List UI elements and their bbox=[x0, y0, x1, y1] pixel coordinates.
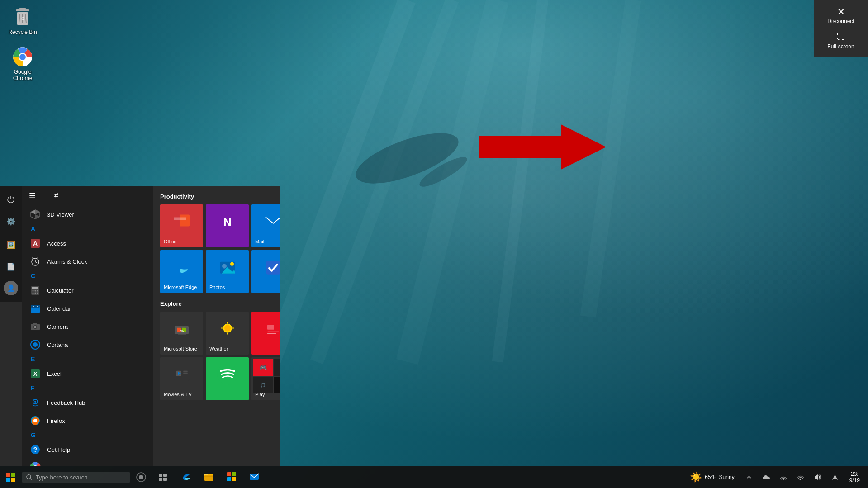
svg-point-52 bbox=[34, 401, 36, 403]
svg-text:N: N bbox=[223, 216, 231, 228]
taskbar-explorer-button[interactable] bbox=[198, 466, 220, 488]
app-item-calendar[interactable]: Calendar bbox=[22, 299, 153, 317]
sidebar-settings-icon[interactable]: ⚙️ bbox=[1, 211, 21, 231]
tile-edge[interactable]: Microsoft Edge bbox=[160, 250, 203, 293]
tile-office[interactable]: Office bbox=[160, 204, 203, 247]
svg-rect-112 bbox=[227, 477, 231, 481]
3d-viewer-icon bbox=[29, 208, 42, 221]
office-tile-icon bbox=[173, 213, 191, 235]
tray-expand-button[interactable] bbox=[741, 466, 757, 488]
app-item-excel[interactable]: X Excel bbox=[22, 365, 153, 383]
desktop-icon-recycle-bin[interactable]: ♻ Recycle Bin bbox=[5, 5, 41, 38]
taskbar-edge-button[interactable] bbox=[175, 466, 197, 488]
app-list-panel: ☰ # 3D Viewer A bbox=[22, 186, 153, 466]
taskbar-mail-icon bbox=[249, 472, 259, 482]
svg-rect-104 bbox=[163, 474, 167, 477]
svg-point-99 bbox=[27, 475, 31, 479]
svg-point-45 bbox=[34, 326, 37, 328]
play-sub-2: ⚙️ bbox=[274, 359, 281, 376]
tile-tasks[interactable] bbox=[251, 250, 280, 293]
app-item-camera[interactable]: Camera bbox=[22, 317, 153, 336]
svg-text:?: ? bbox=[33, 446, 38, 453]
movies-tile-label: Movies & TV bbox=[164, 392, 192, 398]
weather-sun-icon: ☀️ bbox=[690, 471, 702, 483]
edge-tile-icon bbox=[173, 259, 190, 280]
taskbar: ☀️ 65°F Sunny bbox=[0, 466, 868, 488]
section-a: A bbox=[22, 223, 153, 234]
desktop-icon-chrome[interactable]: Google Chrome bbox=[5, 44, 41, 84]
disconnect-button[interactable]: ✕ Disconnect bbox=[814, 4, 868, 28]
taskbar-mail-button[interactable] bbox=[243, 466, 265, 488]
windows-logo-icon bbox=[6, 473, 15, 482]
section-e: E bbox=[22, 354, 153, 365]
task-view-button[interactable] bbox=[152, 466, 174, 488]
sidebar-docs-icon[interactable]: 📄 bbox=[1, 256, 21, 276]
store-tile-label: Microsoft Store bbox=[164, 346, 197, 352]
mail-tile-label: Mail bbox=[255, 239, 264, 245]
app-item-access[interactable]: A Access bbox=[22, 234, 153, 252]
svg-text:X: X bbox=[33, 370, 38, 377]
app-item-alarms-clock[interactable]: Alarms & Clock bbox=[22, 252, 153, 270]
tile-mail[interactable]: Mail bbox=[251, 204, 280, 247]
svg-marker-117 bbox=[815, 474, 818, 480]
onedrive-icon[interactable] bbox=[758, 466, 774, 488]
section-g: G bbox=[22, 430, 153, 441]
desktop-icons-container: ♻ Recycle Bin bbox=[5, 5, 41, 84]
cortana-taskbar-button[interactable] bbox=[130, 466, 152, 488]
network-icon[interactable] bbox=[775, 466, 792, 488]
weather-condition: Sunny bbox=[719, 474, 735, 480]
app-item-calculator[interactable]: Calculator bbox=[22, 281, 153, 299]
photos-tile-label: Photos bbox=[209, 284, 225, 290]
clock-time: 23: bbox=[851, 471, 859, 477]
search-input[interactable] bbox=[36, 474, 126, 481]
app-item-google-chrome[interactable]: Google Chrome bbox=[22, 459, 153, 466]
svg-rect-96 bbox=[11, 473, 15, 477]
svg-line-29 bbox=[32, 257, 33, 258]
svg-rect-106 bbox=[163, 478, 167, 481]
svg-point-36 bbox=[33, 293, 34, 294]
weather-widget[interactable]: ☀️ 65°F Sunny bbox=[685, 469, 739, 485]
google-chrome-app-icon bbox=[29, 461, 42, 466]
tile-photos[interactable]: Photos bbox=[206, 250, 249, 293]
onedrive-tray-icon bbox=[762, 474, 770, 480]
tile-spotify[interactable] bbox=[206, 357, 249, 400]
svg-point-94 bbox=[217, 364, 238, 384]
app-item-feedback-hub[interactable]: Feedback Hub bbox=[22, 393, 153, 412]
svg-rect-10 bbox=[19, 8, 26, 10]
tile-weather[interactable]: Weather bbox=[206, 312, 249, 355]
cortana-taskbar-icon bbox=[136, 472, 146, 482]
start-button[interactable] bbox=[0, 466, 22, 488]
app-item-get-help[interactable]: ? Get Help bbox=[22, 441, 153, 459]
wifi-icon[interactable] bbox=[792, 466, 809, 488]
sidebar-photos-icon[interactable]: 🖼️ bbox=[1, 235, 21, 255]
location-icon[interactable] bbox=[827, 466, 843, 488]
tile-microsoft-store[interactable]: 🛍 Microsoft Store bbox=[160, 312, 203, 355]
svg-rect-46 bbox=[33, 323, 37, 324]
svg-rect-86 bbox=[267, 325, 274, 329]
taskbar-store-button[interactable] bbox=[221, 466, 242, 488]
volume-tray-icon bbox=[814, 474, 821, 480]
search-bar[interactable] bbox=[22, 472, 130, 483]
fullscreen-icon: ⛶ bbox=[837, 32, 845, 42]
start-menu: ⚙️ 🖼️ 📄 👤 ☰ # bbox=[0, 186, 280, 466]
tile-news[interactable] bbox=[251, 312, 280, 355]
app-item-firefox[interactable]: Firefox bbox=[22, 412, 153, 430]
taskbar-clock[interactable]: 23: 9/19 bbox=[845, 466, 864, 488]
tile-movies-tv[interactable]: Movies & TV bbox=[160, 357, 203, 400]
sidebar-power-icon[interactable] bbox=[1, 190, 21, 209]
svg-rect-111 bbox=[232, 472, 236, 476]
svg-rect-32 bbox=[32, 287, 38, 289]
svg-rect-98 bbox=[11, 478, 15, 482]
sidebar-avatar[interactable]: 👤 bbox=[1, 278, 21, 298]
recycle-bin-label: Recycle Bin bbox=[8, 29, 37, 35]
app-item-3d-viewer[interactable]: 3D Viewer bbox=[22, 205, 153, 223]
svg-marker-23 bbox=[35, 214, 40, 219]
desktop: ♻ Recycle Bin bbox=[0, 0, 868, 488]
fullscreen-button[interactable]: ⛶ Full-screen bbox=[814, 28, 868, 53]
app-item-cortana[interactable]: Cortana bbox=[22, 336, 153, 354]
tile-play[interactable]: 🎮 ⚙️ 🎵 📺 Play bbox=[251, 357, 280, 400]
tile-onenote[interactable]: N bbox=[206, 204, 249, 247]
svg-point-37 bbox=[35, 293, 36, 294]
volume-icon[interactable] bbox=[810, 466, 826, 488]
hamburger-icon[interactable]: ☰ bbox=[29, 191, 35, 200]
